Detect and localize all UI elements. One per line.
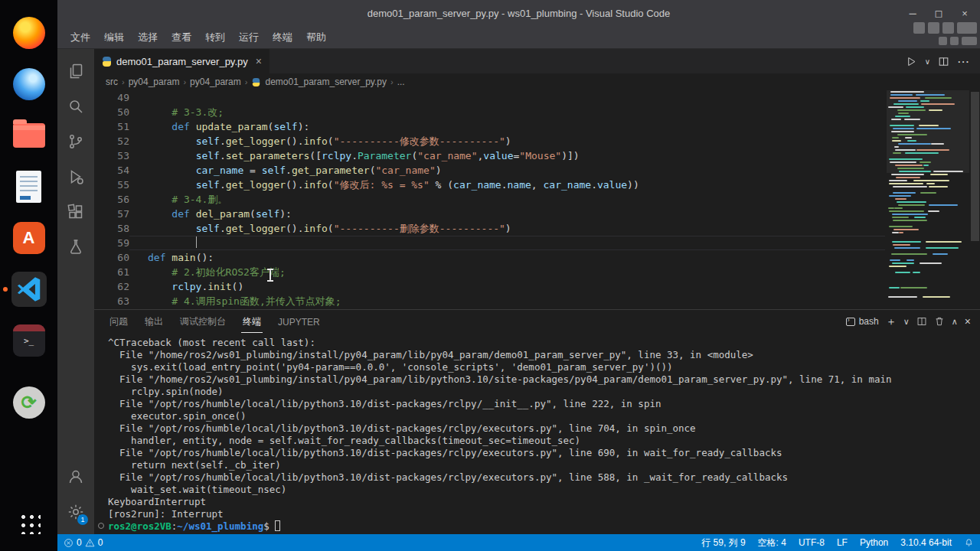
code-line[interactable]: 61 # 2.初始化ROS2客户端; — [94, 265, 885, 279]
text-caret — [196, 236, 197, 248]
code-line[interactable]: 52 self.get_logger().info("----------修改参… — [94, 134, 885, 148]
new-terminal-icon[interactable]: ＋ — [886, 316, 897, 327]
terminal-dropdown-icon[interactable]: ∨ — [903, 318, 910, 326]
code-line[interactable]: 54 car_name = self.get_parameter("car_na… — [94, 163, 885, 178]
line-number: 54 — [94, 163, 129, 178]
run-dropdown-icon[interactable]: ∨ — [925, 57, 930, 66]
minimap[interactable] — [887, 90, 969, 309]
panel-tab[interactable]: JUPYTER — [276, 312, 322, 331]
bell-icon-wrap[interactable] — [958, 534, 980, 551]
settings-gear-icon[interactable]: 1 — [57, 494, 94, 530]
status-item[interactable]: LF — [831, 534, 854, 551]
code-line[interactable]: 51 def update_param(self): — [94, 119, 885, 134]
panel-tab[interactable]: 输出 — [143, 311, 165, 332]
menu-item[interactable]: 终端 — [266, 28, 299, 47]
panel-tab[interactable]: 调试控制台 — [178, 311, 227, 332]
status-item[interactable]: Python — [854, 534, 894, 551]
close-button[interactable]: × — [954, 4, 975, 22]
line-text: self.get_logger().info("----------删除参数--… — [129, 221, 885, 236]
status-item[interactable]: UTF-8 — [792, 534, 831, 551]
line-text: # 2.初始化ROS2客户端; — [129, 265, 885, 279]
search-icon[interactable] — [57, 89, 94, 124]
status-item[interactable]: 行 59, 列 9 — [695, 534, 751, 551]
code-line[interactable]: 50 # 3-3.改; — [94, 105, 885, 119]
minimize-button[interactable]: ─ — [902, 4, 923, 22]
panel-tab[interactable]: 终端 — [241, 311, 263, 333]
line-number: 52 — [94, 134, 129, 148]
run-python-file-icon[interactable] — [906, 56, 917, 67]
terminal-prompt-line: ros2@ros2VB:~/ws01_plumbing$ — [108, 520, 980, 533]
close-panel-icon[interactable]: × — [965, 316, 971, 327]
code-line[interactable]: 58 self.get_logger().info("----------删除参… — [94, 221, 885, 236]
ubuntu-dock: A >_ ⟳ — [0, 0, 57, 551]
warning-count: 0 — [98, 537, 103, 548]
split-editor-icon[interactable] — [938, 56, 949, 67]
panel-actions: bash ＋ ∨ ∧ × — [846, 316, 971, 327]
tab-close-icon[interactable]: × — [256, 55, 262, 67]
menu-item[interactable]: 帮助 — [299, 28, 333, 47]
menu-item[interactable]: 转到 — [198, 28, 232, 47]
mouse-text-cursor — [270, 269, 271, 281]
terminal-app-icon[interactable]: >_ — [11, 323, 47, 358]
menu-item[interactable]: 选择 — [131, 28, 165, 47]
menu-item[interactable]: 编辑 — [97, 28, 131, 47]
screen: A >_ ⟳ demo01_param_server_py.py - ws01_… — [0, 0, 980, 551]
tab-demo01-param-server[interactable]: demo01_param_server_py.py × — [94, 49, 270, 73]
editor-scrollbar[interactable] — [971, 92, 979, 241]
problems-status[interactable]: 0 0 — [57, 534, 109, 551]
panel-tab[interactable]: 问题 — [108, 311, 129, 332]
breadcrumb-item[interactable]: py04_param — [190, 77, 241, 87]
line-text: rclpy.init() — [129, 279, 885, 294]
breadcrumb-item[interactable]: src — [106, 77, 118, 87]
source-control-icon[interactable] — [57, 124, 94, 159]
code-line[interactable]: 63 # 4.调用spin函数,并传入节点对象; — [94, 294, 885, 308]
command-decoration-icon[interactable] — [98, 523, 104, 529]
blue-app-logo — [13, 68, 45, 100]
split-terminal-icon[interactable] — [916, 316, 927, 327]
extensions-icon[interactable] — [57, 194, 94, 230]
terminal-line: KeyboardInterrupt — [108, 496, 980, 508]
code-line[interactable]: 59 — [94, 236, 885, 250]
code-line[interactable]: 57 def del_param(self): — [94, 207, 885, 221]
ubuntu-software-icon[interactable]: A — [11, 220, 47, 256]
code-line[interactable]: 53 self.set_parameters([rclpy.Parameter(… — [94, 148, 885, 163]
breadcrumb-item[interactable]: demo01_param_server_py.py — [265, 77, 387, 87]
firefox-icon[interactable] — [11, 15, 47, 51]
breadcrumb-separator-icon: › — [245, 77, 248, 86]
libreoffice-writer-icon[interactable] — [11, 169, 47, 204]
shell-selector[interactable]: bash — [846, 316, 879, 327]
code-line[interactable]: 49 — [94, 90, 885, 105]
breadcrumb-item[interactable]: ... — [397, 77, 405, 87]
title-bar: demo01_param_server_py.py - ws01_plumbin… — [57, 0, 980, 26]
explorer-icon[interactable] — [57, 54, 94, 89]
maximize-panel-icon[interactable]: ∧ — [952, 318, 958, 326]
more-actions-icon[interactable]: ⋯ — [957, 54, 969, 69]
software-updater-icon[interactable]: ⟳ — [11, 385, 47, 420]
browser-blue-icon[interactable] — [11, 67, 47, 102]
status-item[interactable]: 3.10.4 64-bit — [894, 534, 958, 551]
status-item[interactable]: 空格: 4 — [752, 534, 792, 551]
testing-flask-icon[interactable] — [57, 230, 94, 265]
menu-item[interactable]: 查看 — [165, 28, 198, 47]
software-logo: A — [13, 222, 45, 254]
menu-item[interactable]: 运行 — [232, 28, 266, 47]
menu-item[interactable]: 文件 — [64, 28, 97, 47]
breadcrumb-item[interactable]: py04_param — [129, 77, 180, 87]
maximize-button[interactable]: ◻ — [928, 4, 949, 22]
terminal[interactable]: ^CTraceback (most recent call last): Fil… — [94, 333, 980, 534]
vscode-window: demo01_param_server_py.py - ws01_plumbin… — [57, 0, 980, 551]
breadcrumb-separator-icon: › — [122, 77, 125, 86]
code-line[interactable]: 62 rclpy.init() — [94, 279, 885, 294]
line-number: 59 — [94, 236, 129, 250]
code-line[interactable]: 56 # 3-4.删。 — [94, 192, 885, 207]
code-line[interactable]: 55 self.get_logger().info("修改后: %s = %s"… — [94, 178, 885, 192]
kill-terminal-trash-icon[interactable] — [934, 316, 945, 327]
editor[interactable]: 4950 # 3-3.改;51 def update_param(self):5… — [94, 90, 980, 309]
show-applications-icon[interactable] — [11, 505, 47, 540]
code-line[interactable]: 60def main(): — [94, 250, 885, 265]
run-debug-icon[interactable] — [57, 159, 94, 194]
account-icon[interactable] — [57, 459, 94, 494]
code-area: 4950 # 3-3.改;51 def update_param(self):5… — [94, 90, 885, 309]
files-icon[interactable] — [11, 118, 47, 153]
vscode-icon[interactable] — [11, 272, 47, 307]
